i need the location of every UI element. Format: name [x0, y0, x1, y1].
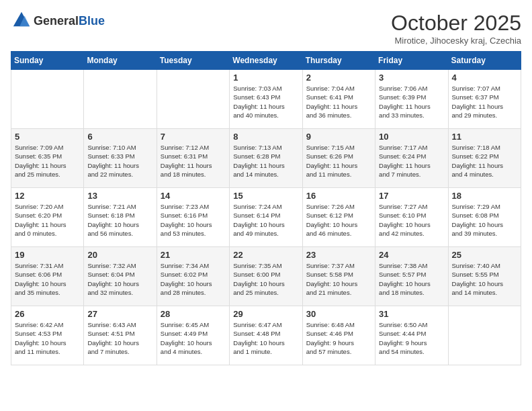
- day-number: 9: [306, 132, 371, 142]
- day-info: Sunrise: 7:24 AM Sunset: 6:14 PM Dayligh…: [233, 202, 298, 238]
- day-number: 29: [233, 309, 298, 319]
- day-number: 24: [379, 250, 444, 260]
- location: Mirotice, Jihocesky kraj, Czechia: [391, 36, 521, 46]
- day-number: 12: [15, 191, 80, 201]
- calendar-cell: 18Sunrise: 7:29 AM Sunset: 6:08 PM Dayli…: [448, 188, 521, 247]
- header-tuesday: Tuesday: [157, 52, 229, 70]
- day-info: Sunrise: 7:31 AM Sunset: 6:06 PM Dayligh…: [15, 261, 80, 297]
- calendar-cell: 23Sunrise: 7:37 AM Sunset: 5:58 PM Dayli…: [302, 247, 375, 306]
- calendar-cell: 4Sunrise: 7:07 AM Sunset: 6:37 PM Daylig…: [448, 70, 521, 129]
- calendar-cell: 19Sunrise: 7:31 AM Sunset: 6:06 PM Dayli…: [11, 247, 84, 306]
- day-number: 18: [452, 191, 517, 201]
- calendar-cell: 21Sunrise: 7:34 AM Sunset: 6:02 PM Dayli…: [157, 247, 229, 306]
- page-header: GeneralBlue October 2025 Mirotice, Jihoc…: [11, 11, 521, 46]
- day-number: 21: [161, 250, 226, 260]
- calendar-cell: 24Sunrise: 7:38 AM Sunset: 5:57 PM Dayli…: [375, 247, 448, 306]
- day-info: Sunrise: 7:37 AM Sunset: 5:58 PM Dayligh…: [306, 261, 371, 297]
- calendar-week-2: 5Sunrise: 7:09 AM Sunset: 6:35 PM Daylig…: [11, 129, 521, 188]
- calendar-cell: [84, 70, 157, 129]
- day-number: 6: [87, 132, 152, 142]
- day-info: Sunrise: 7:18 AM Sunset: 6:22 PM Dayligh…: [452, 143, 517, 179]
- day-number: 19: [15, 250, 80, 260]
- calendar-cell: 14Sunrise: 7:23 AM Sunset: 6:16 PM Dayli…: [157, 188, 229, 247]
- day-number: 4: [452, 73, 517, 83]
- day-info: Sunrise: 7:10 AM Sunset: 6:33 PM Dayligh…: [87, 143, 152, 179]
- day-number: 15: [233, 191, 298, 201]
- day-info: Sunrise: 7:20 AM Sunset: 6:20 PM Dayligh…: [15, 202, 80, 238]
- calendar-cell: 25Sunrise: 7:40 AM Sunset: 5:55 PM Dayli…: [448, 247, 521, 306]
- calendar-cell: 9Sunrise: 7:15 AM Sunset: 6:26 PM Daylig…: [302, 129, 375, 188]
- day-number: 17: [379, 191, 444, 201]
- day-number: 30: [306, 309, 371, 319]
- day-info: Sunrise: 7:35 AM Sunset: 6:00 PM Dayligh…: [233, 261, 298, 297]
- day-info: Sunrise: 7:09 AM Sunset: 6:35 PM Dayligh…: [15, 143, 80, 179]
- calendar-cell: 17Sunrise: 7:27 AM Sunset: 6:10 PM Dayli…: [375, 188, 448, 247]
- day-info: Sunrise: 7:23 AM Sunset: 6:16 PM Dayligh…: [161, 202, 226, 238]
- calendar-cell: 5Sunrise: 7:09 AM Sunset: 6:35 PM Daylig…: [11, 129, 84, 188]
- day-number: 23: [306, 250, 371, 260]
- calendar-cell: 22Sunrise: 7:35 AM Sunset: 6:00 PM Dayli…: [230, 247, 302, 306]
- day-info: Sunrise: 6:42 AM Sunset: 4:53 PM Dayligh…: [15, 320, 80, 356]
- calendar-cell: 8Sunrise: 7:13 AM Sunset: 6:28 PM Daylig…: [230, 129, 302, 188]
- day-info: Sunrise: 7:15 AM Sunset: 6:26 PM Dayligh…: [306, 143, 371, 179]
- header-monday: Monday: [84, 52, 157, 70]
- calendar-week-1: 1Sunrise: 7:03 AM Sunset: 6:43 PM Daylig…: [11, 70, 521, 129]
- day-info: Sunrise: 7:29 AM Sunset: 6:08 PM Dayligh…: [452, 202, 517, 238]
- day-info: Sunrise: 6:50 AM Sunset: 4:44 PM Dayligh…: [379, 320, 444, 356]
- calendar-cell: 30Sunrise: 6:48 AM Sunset: 4:46 PM Dayli…: [302, 306, 375, 365]
- calendar-cell: 10Sunrise: 7:17 AM Sunset: 6:24 PM Dayli…: [375, 129, 448, 188]
- logo: GeneralBlue: [11, 11, 105, 32]
- header-friday: Friday: [375, 52, 448, 70]
- calendar-cell: 13Sunrise: 7:21 AM Sunset: 6:18 PM Dayli…: [84, 188, 157, 247]
- calendar: SundayMondayTuesdayWednesdayThursdayFrid…: [11, 51, 521, 365]
- day-info: Sunrise: 7:12 AM Sunset: 6:31 PM Dayligh…: [161, 143, 226, 179]
- day-number: 10: [379, 132, 444, 142]
- calendar-cell: 6Sunrise: 7:10 AM Sunset: 6:33 PM Daylig…: [84, 129, 157, 188]
- day-info: Sunrise: 6:48 AM Sunset: 4:46 PM Dayligh…: [306, 320, 371, 356]
- header-thursday: Thursday: [302, 52, 375, 70]
- day-info: Sunrise: 7:17 AM Sunset: 6:24 PM Dayligh…: [379, 143, 444, 179]
- calendar-cell: 27Sunrise: 6:43 AM Sunset: 4:51 PM Dayli…: [84, 306, 157, 365]
- day-info: Sunrise: 7:38 AM Sunset: 5:57 PM Dayligh…: [379, 261, 444, 297]
- day-info: Sunrise: 7:21 AM Sunset: 6:18 PM Dayligh…: [87, 202, 152, 238]
- day-number: 16: [306, 191, 371, 201]
- calendar-week-3: 12Sunrise: 7:20 AM Sunset: 6:20 PM Dayli…: [11, 188, 521, 247]
- day-info: Sunrise: 7:04 AM Sunset: 6:41 PM Dayligh…: [306, 84, 371, 120]
- day-number: 2: [306, 73, 371, 83]
- day-number: 14: [161, 191, 226, 201]
- logo-icon: [12, 11, 31, 30]
- calendar-cell: 16Sunrise: 7:26 AM Sunset: 6:12 PM Dayli…: [302, 188, 375, 247]
- day-number: 27: [87, 309, 152, 319]
- calendar-cell: 28Sunrise: 6:45 AM Sunset: 4:49 PM Dayli…: [157, 306, 229, 365]
- calendar-week-4: 19Sunrise: 7:31 AM Sunset: 6:06 PM Dayli…: [11, 247, 521, 306]
- day-info: Sunrise: 6:47 AM Sunset: 4:48 PM Dayligh…: [233, 320, 298, 356]
- day-number: 20: [87, 250, 152, 260]
- calendar-cell: 20Sunrise: 7:32 AM Sunset: 6:04 PM Dayli…: [84, 247, 157, 306]
- logo-general: General: [34, 14, 79, 28]
- day-info: Sunrise: 7:07 AM Sunset: 6:37 PM Dayligh…: [452, 84, 517, 120]
- calendar-cell: [11, 70, 84, 129]
- day-info: Sunrise: 7:27 AM Sunset: 6:10 PM Dayligh…: [379, 202, 444, 238]
- calendar-cell: 15Sunrise: 7:24 AM Sunset: 6:14 PM Dayli…: [230, 188, 302, 247]
- calendar-cell: 12Sunrise: 7:20 AM Sunset: 6:20 PM Dayli…: [11, 188, 84, 247]
- calendar-header-row: SundayMondayTuesdayWednesdayThursdayFrid…: [11, 52, 521, 70]
- header-sunday: Sunday: [11, 52, 84, 70]
- calendar-cell: 3Sunrise: 7:06 AM Sunset: 6:39 PM Daylig…: [375, 70, 448, 129]
- calendar-cell: 31Sunrise: 6:50 AM Sunset: 4:44 PM Dayli…: [375, 306, 448, 365]
- day-number: 3: [379, 73, 444, 83]
- day-number: 1: [233, 73, 298, 83]
- calendar-cell: 26Sunrise: 6:42 AM Sunset: 4:53 PM Dayli…: [11, 306, 84, 365]
- day-info: Sunrise: 6:45 AM Sunset: 4:49 PM Dayligh…: [161, 320, 226, 356]
- day-info: Sunrise: 7:03 AM Sunset: 6:43 PM Dayligh…: [233, 84, 298, 120]
- day-number: 25: [452, 250, 517, 260]
- day-info: Sunrise: 6:43 AM Sunset: 4:51 PM Dayligh…: [87, 320, 152, 356]
- day-number: 26: [15, 309, 80, 319]
- day-number: 8: [233, 132, 298, 142]
- day-number: 11: [452, 132, 517, 142]
- day-info: Sunrise: 7:34 AM Sunset: 6:02 PM Dayligh…: [161, 261, 226, 297]
- calendar-cell: [157, 70, 229, 129]
- header-saturday: Saturday: [448, 52, 521, 70]
- calendar-cell: 11Sunrise: 7:18 AM Sunset: 6:22 PM Dayli…: [448, 129, 521, 188]
- calendar-cell: 29Sunrise: 6:47 AM Sunset: 4:48 PM Dayli…: [230, 306, 302, 365]
- month-title: October 2025: [391, 11, 521, 36]
